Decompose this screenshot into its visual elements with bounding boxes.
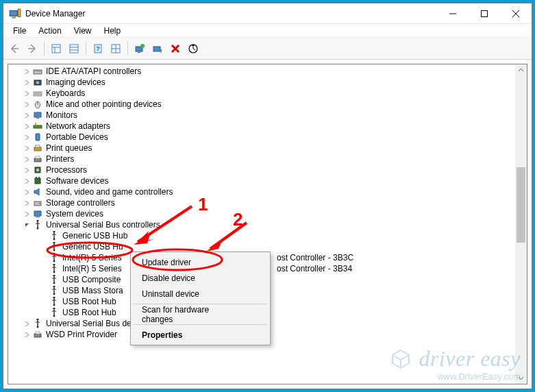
chevron-right-icon[interactable] bbox=[22, 200, 32, 206]
chevron-right-icon[interactable] bbox=[22, 321, 32, 327]
usb-icon bbox=[48, 230, 60, 241]
menu-action[interactable]: Action bbox=[33, 25, 66, 37]
scrollbar-vertical[interactable] bbox=[515, 64, 527, 384]
svg-rect-57 bbox=[53, 231, 55, 232]
svg-point-60 bbox=[53, 260, 55, 262]
toolbar-grid-icon[interactable] bbox=[108, 40, 124, 57]
svg-point-62 bbox=[53, 271, 55, 273]
tree-item-label: Sound, video and game controllers bbox=[46, 187, 173, 197]
tree-item-label: Imaging devices bbox=[46, 77, 105, 87]
chevron-right-icon[interactable] bbox=[22, 101, 32, 108]
toolbar-update-driver-icon[interactable] bbox=[132, 40, 148, 57]
svg-rect-71 bbox=[53, 308, 55, 309]
chevron-right-icon[interactable] bbox=[22, 79, 32, 86]
tree-item[interactable]: System devices bbox=[8, 208, 515, 219]
tree-item[interactable]: Software devices bbox=[8, 175, 515, 186]
svg-rect-49 bbox=[38, 177, 40, 178]
minimize-button[interactable] bbox=[437, 3, 469, 24]
context-menu-item[interactable]: Uninstall device bbox=[132, 286, 269, 302]
chevron-right-icon[interactable] bbox=[22, 123, 32, 130]
menubar: File Action View Help bbox=[3, 24, 532, 38]
tree-item[interactable]: Printers bbox=[8, 154, 515, 164]
tree-item[interactable]: Generic USB Hub bbox=[8, 230, 515, 241]
toolbar-list-icon[interactable] bbox=[66, 40, 82, 57]
chevron-right-icon[interactable] bbox=[22, 211, 32, 217]
svg-rect-48 bbox=[36, 177, 37, 178]
svg-rect-73 bbox=[37, 319, 39, 320]
usb-icon bbox=[48, 263, 60, 274]
tree-item[interactable]: Universal Serial Bus controllers bbox=[8, 219, 515, 230]
toolbar-forward[interactable] bbox=[24, 40, 40, 57]
toolbar-row-icon[interactable] bbox=[48, 40, 64, 57]
tree-item[interactable]: Keyboards bbox=[8, 88, 515, 99]
net-icon bbox=[32, 121, 44, 132]
svg-point-54 bbox=[37, 228, 39, 230]
svg-rect-4 bbox=[482, 10, 488, 16]
close-button[interactable] bbox=[500, 3, 532, 24]
scrollbar-thumb[interactable] bbox=[517, 167, 525, 243]
chevron-right-icon[interactable] bbox=[22, 156, 32, 162]
keyboard-icon bbox=[32, 88, 44, 99]
menu-view[interactable]: View bbox=[69, 25, 97, 37]
toolbar-disable-device-icon[interactable] bbox=[149, 40, 166, 57]
tree-item[interactable]: Storage controllers bbox=[8, 197, 515, 208]
svg-rect-1 bbox=[18, 9, 21, 16]
chevron-right-icon[interactable] bbox=[22, 189, 32, 195]
tree-item[interactable]: IDE ATA/ATAPI controllers bbox=[8, 66, 515, 77]
chevron-down-icon[interactable] bbox=[22, 222, 32, 228]
tree-item-label-tail: ost Controller - 3B34 bbox=[277, 264, 352, 273]
tree-item[interactable]: Imaging devices bbox=[8, 77, 515, 88]
tree-item-label: WSD Print Provider bbox=[46, 330, 117, 339]
chevron-right-icon[interactable] bbox=[22, 69, 32, 75]
tree-item[interactable]: Sound, video and game controllers bbox=[8, 186, 515, 197]
toolbar-back[interactable] bbox=[6, 40, 23, 57]
tree-item[interactable]: Processors bbox=[8, 164, 515, 175]
tree-item-label: Generic USB Hub bbox=[62, 231, 127, 241]
tree-item-label: Printers bbox=[46, 154, 74, 164]
context-menu-item[interactable]: Disable device bbox=[132, 270, 269, 286]
toolbar-help-icon[interactable]: ? bbox=[90, 40, 106, 57]
tree-item-label: USB Mass Stora bbox=[62, 286, 123, 295]
svg-point-51 bbox=[39, 203, 40, 204]
toolbar-uninstall-icon[interactable] bbox=[167, 40, 184, 57]
context-menu-item[interactable]: Properties bbox=[132, 327, 269, 343]
maximize-button[interactable] bbox=[469, 3, 500, 24]
svg-rect-37 bbox=[36, 118, 39, 119]
tree-item[interactable]: Portable Devices bbox=[8, 132, 515, 143]
context-menu-item[interactable]: Scan for hardware changes bbox=[132, 306, 269, 322]
svg-rect-44 bbox=[36, 156, 40, 158]
chevron-right-icon[interactable] bbox=[22, 145, 32, 151]
menu-file[interactable]: File bbox=[8, 25, 32, 37]
tree-item-label: Mice and other pointing devices bbox=[46, 99, 162, 109]
scrollbar-down-arrow[interactable] bbox=[515, 372, 527, 384]
chevron-right-icon[interactable] bbox=[22, 332, 32, 338]
tree-item-label: Intel(R) 5 Series bbox=[62, 253, 122, 262]
svg-rect-38 bbox=[34, 125, 42, 128]
menu-help[interactable]: Help bbox=[99, 25, 127, 37]
toolbar-scan-icon[interactable] bbox=[185, 40, 201, 57]
chevron-right-icon[interactable] bbox=[22, 134, 32, 140]
soft-icon bbox=[32, 175, 44, 186]
tree-item[interactable]: Print queues bbox=[8, 143, 515, 154]
system-icon bbox=[32, 208, 44, 219]
chevron-right-icon[interactable] bbox=[22, 178, 32, 184]
context-menu-item[interactable]: Update driver bbox=[132, 254, 269, 270]
svg-rect-0 bbox=[10, 10, 17, 16]
tree-item[interactable]: Generic USB Hu bbox=[8, 241, 515, 252]
monitor-icon bbox=[32, 110, 44, 121]
svg-rect-65 bbox=[53, 275, 55, 276]
tree-item[interactable]: Mice and other pointing devices bbox=[8, 99, 515, 110]
chevron-right-icon[interactable] bbox=[22, 167, 32, 173]
svg-rect-12 bbox=[70, 45, 78, 53]
scrollbar-up-arrow[interactable] bbox=[515, 64, 527, 76]
svg-rect-55 bbox=[37, 220, 39, 221]
tree-item-label: Keyboards bbox=[46, 88, 85, 98]
tree-item[interactable]: Network adapters bbox=[8, 121, 515, 132]
tree-item-label: Monitors bbox=[46, 110, 77, 120]
cpu-icon bbox=[32, 164, 44, 175]
chevron-right-icon[interactable] bbox=[22, 112, 32, 119]
context-menu: Update driverDisable deviceUninstall dev… bbox=[130, 252, 271, 345]
tree-item[interactable]: Monitors bbox=[8, 110, 515, 121]
imaging-icon bbox=[32, 77, 44, 88]
chevron-right-icon[interactable] bbox=[22, 90, 32, 97]
